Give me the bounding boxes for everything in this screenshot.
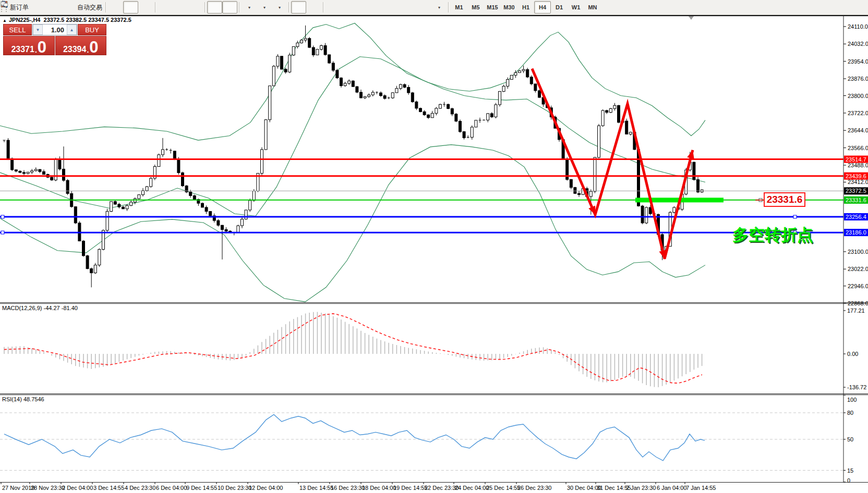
volume-up-icon[interactable]: ▲ bbox=[67, 24, 77, 35]
indicators-button[interactable]: ▾ bbox=[242, 1, 257, 14]
price-tick-label: 23876.0 bbox=[848, 76, 868, 82]
horizontal-line-button[interactable] bbox=[341, 1, 356, 14]
one-click-trading-panel: SELL ▼ 1.00 ▲ BUY 23371 . 0 23394 . 0 bbox=[3, 24, 106, 55]
chat-icon bbox=[0, 0, 8, 8]
chart-top-border bbox=[0, 15, 868, 16]
tf-mn-button[interactable]: MN bbox=[584, 1, 601, 14]
channel-button[interactable]: E bbox=[371, 1, 386, 14]
time-tick-label: 18 Dec 04:00 bbox=[362, 485, 396, 491]
crosshair-button[interactable] bbox=[306, 1, 321, 14]
sell-price-tile[interactable]: 23371 . 0 bbox=[3, 36, 55, 55]
trendline-button[interactable] bbox=[356, 1, 371, 14]
tf-d1-button[interactable]: D1 bbox=[551, 1, 568, 14]
chat-button[interactable] bbox=[850, 1, 865, 14]
macd-pane bbox=[4, 312, 702, 388]
time-tick-label: 7 Jan 14:55 bbox=[686, 485, 716, 491]
toolbar-separator bbox=[239, 2, 240, 13]
price-tick-label: 23022.0 bbox=[848, 266, 868, 272]
time-tick-label: 13 Dec 14:55 bbox=[299, 485, 333, 491]
time-tick-label: 26 Dec 23:30 bbox=[517, 485, 551, 491]
zoom-out-button[interactable] bbox=[173, 1, 188, 14]
time-tick-label: 24 Dec 04:00 bbox=[455, 485, 489, 491]
time-tick-label: 3 Dec 14:55 bbox=[93, 485, 124, 491]
rsi-line bbox=[4, 414, 705, 460]
price-tick-label: 23954.0 bbox=[848, 58, 868, 65]
buy-price-tile[interactable]: 23394 . 0 bbox=[55, 36, 107, 55]
new-order-button-label: 新订单 bbox=[10, 3, 29, 12]
templates-button[interactable]: ▾ bbox=[272, 1, 287, 14]
text-label-button[interactable]: T bbox=[416, 1, 431, 14]
price-pane bbox=[0, 23, 843, 302]
toolbar-separator bbox=[204, 2, 206, 13]
auto-trading-button-label: 自动交易 bbox=[77, 3, 102, 12]
sell-button[interactable]: SELL bbox=[3, 24, 32, 35]
zoom-in-button[interactable] bbox=[158, 1, 173, 14]
time-tick-label: 25 Dec 14:55 bbox=[486, 485, 520, 491]
price-tick-label: 23566.0 bbox=[848, 145, 868, 151]
line-chart-button[interactable] bbox=[138, 1, 153, 14]
macd-tick-label: -136.72 bbox=[847, 384, 866, 390]
pivot-price-tag[interactable]: 23331.6 bbox=[764, 192, 805, 207]
time-tick-label: 19 Dec 14:55 bbox=[393, 485, 427, 491]
time-tick-label: 2 Dec 04:00 bbox=[62, 485, 93, 491]
buy-button[interactable]: BUY bbox=[78, 24, 106, 35]
tf-m15-button[interactable]: M15 bbox=[484, 1, 501, 14]
tf-h1-button[interactable]: H1 bbox=[517, 1, 534, 14]
ohlc-readout: 23372.5 23382.5 23347.5 23372.5 bbox=[44, 17, 131, 23]
buy-price-dot: . bbox=[87, 46, 89, 54]
tf-m30-button[interactable]: M30 bbox=[501, 1, 517, 14]
price-tick-label: 24032.0 bbox=[848, 41, 868, 47]
bar-chart-button[interactable] bbox=[108, 1, 123, 14]
arrows-button[interactable]: ▾ bbox=[431, 1, 447, 14]
search-button[interactable] bbox=[835, 1, 850, 14]
volume-field[interactable]: 1.00 bbox=[43, 24, 67, 35]
time-tick-label: 30 Dec 04:00 bbox=[567, 485, 601, 491]
volume-stepper[interactable]: ▼ 1.00 ▲ bbox=[32, 24, 77, 35]
auto-scroll-button[interactable] bbox=[207, 1, 222, 14]
fibonacci-button[interactable]: F bbox=[386, 1, 401, 14]
dropdown-caret-icon: ▾ bbox=[279, 5, 281, 10]
dropdown-caret-icon: ▾ bbox=[248, 5, 250, 10]
macd-tick-label: 0.00 bbox=[847, 351, 858, 357]
tf-m1-button[interactable]: M1 bbox=[451, 1, 467, 14]
support-1-handle bbox=[1, 215, 4, 218]
toolbar-separator bbox=[105, 2, 106, 13]
auto-trading-button[interactable]: 自动交易 bbox=[76, 1, 104, 14]
price-tick-label: 23722.0 bbox=[848, 110, 868, 116]
price-tick-label: 22868.0 bbox=[848, 300, 868, 306]
text-button[interactable]: A bbox=[401, 1, 416, 14]
time-tick-label: 12 Dec 04:00 bbox=[249, 485, 283, 491]
tf-h4-button[interactable]: H4 bbox=[534, 1, 551, 14]
price-tick-label: 23412.0 bbox=[848, 179, 868, 185]
periods-button[interactable]: ▾ bbox=[257, 1, 272, 14]
candlestick-chart-button[interactable] bbox=[123, 1, 138, 14]
tf-m5-button[interactable]: M5 bbox=[467, 1, 484, 14]
support-2-handle bbox=[1, 231, 4, 234]
chart-window-button[interactable] bbox=[45, 1, 61, 14]
volume-down-icon[interactable]: ▼ bbox=[33, 24, 43, 35]
buy-price-big: 0 bbox=[89, 41, 98, 54]
chart-canvas[interactable]: 24110.024032.023954.023876.023800.023722… bbox=[0, 0, 868, 493]
rsi-tick-label: 100 bbox=[847, 397, 857, 403]
new-order-button[interactable]: 新订单 bbox=[8, 1, 30, 14]
pane-divider bbox=[0, 393, 868, 394]
current-price-axis-label-text: 23372.5 bbox=[846, 188, 866, 194]
cursor-button[interactable] bbox=[291, 1, 306, 14]
rsi-pane bbox=[0, 413, 843, 471]
oneclick-collapse-icon[interactable]: ▲ bbox=[3, 18, 7, 23]
price-tick-label: 22946.0 bbox=[848, 283, 868, 289]
chart-title: ▲JPN225-,H4 23372.5 23382.5 23347.5 2337… bbox=[3, 17, 131, 23]
support-1-handle bbox=[793, 215, 797, 218]
tf-w1-button[interactable]: W1 bbox=[568, 1, 584, 14]
market-watch-button[interactable] bbox=[30, 1, 45, 14]
price-tick-label: 23644.0 bbox=[848, 127, 868, 133]
pivot-annotation-text[interactable]: 多空转折点 bbox=[732, 224, 813, 246]
chart-shift-button[interactable] bbox=[222, 1, 237, 14]
tile-windows-button[interactable] bbox=[188, 1, 203, 14]
toolbar-separator bbox=[323, 2, 324, 13]
dropdown-caret-icon: ▾ bbox=[263, 5, 266, 10]
vertical-line-button[interactable] bbox=[326, 1, 341, 14]
signal-button[interactable] bbox=[61, 1, 76, 14]
time-tick-label: 10 Dec 23:30 bbox=[218, 485, 251, 491]
price-tick-label: 23100.0 bbox=[848, 249, 868, 255]
